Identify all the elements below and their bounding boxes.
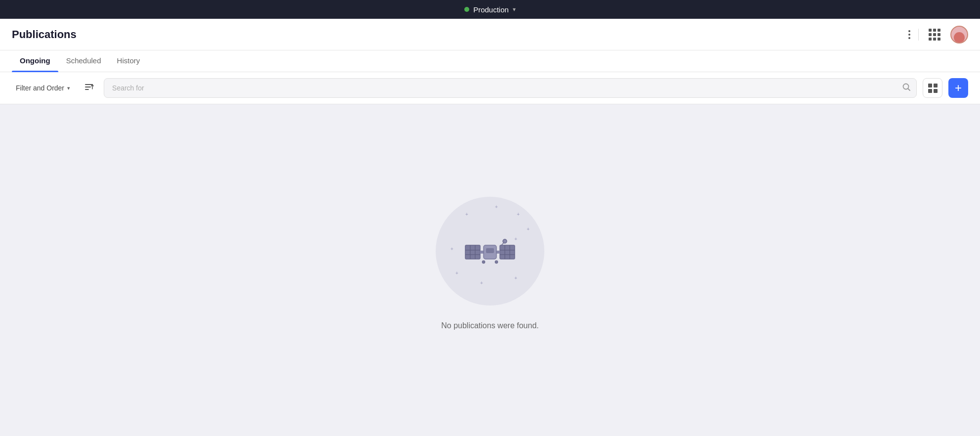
tab-scheduled[interactable]: Scheduled xyxy=(58,50,109,72)
empty-state-illustration: + + + + + + + + + xyxy=(436,197,544,305)
filter-order-button[interactable]: Filter and Order ▾ xyxy=(12,81,74,95)
add-icon: + xyxy=(955,81,962,95)
star-decoration: + xyxy=(527,226,530,232)
kebab-icon xyxy=(906,28,912,41)
top-bar: Production ▾ xyxy=(0,0,980,19)
satellite-icon xyxy=(463,226,517,276)
header-divider xyxy=(918,29,919,41)
star-decoration: + xyxy=(514,236,517,242)
svg-rect-11 xyxy=(500,245,515,259)
sort-icon xyxy=(84,82,94,94)
add-publication-button[interactable]: + xyxy=(948,78,968,98)
empty-state-message: No publications were found. xyxy=(441,321,538,330)
star-decoration: + xyxy=(517,212,520,217)
status-dot xyxy=(464,7,469,12)
avatar-image xyxy=(954,32,965,43)
user-avatar[interactable] xyxy=(950,26,968,44)
svg-point-22 xyxy=(482,261,485,263)
environment-selector[interactable]: Production ▾ xyxy=(464,5,516,14)
grid-apps-button[interactable] xyxy=(925,25,944,44)
star-decoration: + xyxy=(495,204,498,210)
environment-label: Production xyxy=(473,5,509,14)
star-decoration: + xyxy=(450,246,453,252)
svg-point-23 xyxy=(495,261,498,263)
sort-button[interactable] xyxy=(80,79,98,97)
chevron-down-icon: ▾ xyxy=(513,6,516,13)
search-input[interactable] xyxy=(104,78,917,98)
page-title: Publications xyxy=(12,28,77,41)
header-actions xyxy=(906,25,968,44)
tab-ongoing[interactable]: Ongoing xyxy=(12,50,58,72)
page-header: Publications xyxy=(0,19,980,50)
more-options-button[interactable] xyxy=(906,28,912,41)
search-wrapper xyxy=(104,78,917,98)
star-decoration: + xyxy=(480,280,483,286)
apps-grid-icon xyxy=(927,27,942,43)
grid-view-icon xyxy=(928,84,938,93)
star-decoration: + xyxy=(455,270,458,276)
filter-order-label: Filter and Order xyxy=(16,84,64,92)
star-decoration: + xyxy=(514,275,517,281)
star-decoration: + xyxy=(465,212,468,217)
main-content: + + + + + + + + + xyxy=(0,104,980,433)
tabs-bar: Ongoing Scheduled History xyxy=(0,50,980,72)
svg-rect-6 xyxy=(465,245,480,259)
view-toggle-button[interactable] xyxy=(923,78,942,98)
tab-history[interactable]: History xyxy=(109,50,148,72)
filter-chevron-icon: ▾ xyxy=(67,85,70,91)
toolbar: Filter and Order ▾ + xyxy=(0,72,980,104)
svg-rect-19 xyxy=(486,248,494,253)
